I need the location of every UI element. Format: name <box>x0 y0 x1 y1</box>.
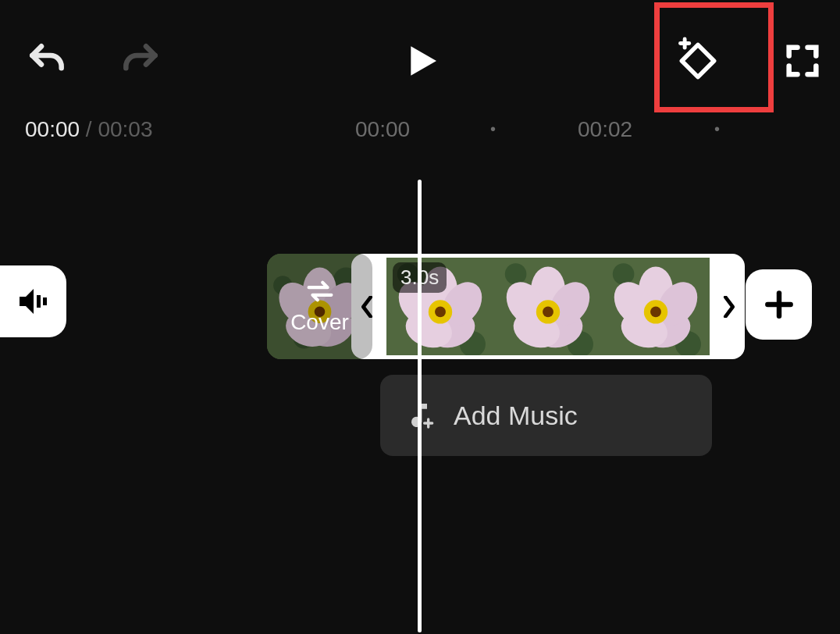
svg-point-24 <box>435 307 446 318</box>
svg-point-36 <box>613 263 635 285</box>
cover-label: Cover <box>290 310 349 335</box>
swap-icon <box>304 279 336 307</box>
redo-icon <box>119 39 162 83</box>
add-music-button[interactable]: Add Music <box>380 375 712 456</box>
time-display: 00:00 / 00:03 <box>25 117 153 142</box>
plus-icon <box>762 287 796 322</box>
svg-point-34 <box>543 307 553 318</box>
top-toolbar <box>0 0 840 117</box>
keyframe-add-icon <box>674 36 721 86</box>
ruler-tick: 00:02 <box>578 117 632 142</box>
play-button[interactable] <box>397 37 443 84</box>
svg-rect-2 <box>37 295 41 308</box>
svg-point-44 <box>650 307 661 318</box>
add-music-label: Add Music <box>454 401 578 431</box>
cover-thumbnail[interactable]: Cover <box>267 254 372 359</box>
ruler-dot: • <box>490 120 496 138</box>
fullscreen-button[interactable] <box>779 37 826 84</box>
volume-icon <box>15 283 52 320</box>
playhead[interactable] <box>418 180 422 632</box>
video-clip[interactable]: 3.0s <box>351 254 745 359</box>
play-icon <box>398 39 442 83</box>
add-clip-button[interactable] <box>746 269 812 340</box>
svg-rect-3 <box>43 297 47 305</box>
ruler-tick: 00:00 <box>355 117 410 142</box>
total-time: 00:03 <box>98 117 152 141</box>
volume-button[interactable] <box>0 265 66 337</box>
chevron-right-icon <box>723 296 735 318</box>
timeline-editor: Cover 3.0s Add Music <box>0 148 840 632</box>
clip-frame <box>494 258 602 355</box>
undo-button[interactable] <box>23 37 70 84</box>
clip-frame <box>602 258 710 355</box>
redo-button[interactable] <box>117 37 164 84</box>
current-time: 00:00 <box>25 117 80 141</box>
ruler-dot: • <box>714 120 720 138</box>
trim-handle-right[interactable] <box>714 254 745 359</box>
fullscreen-icon <box>782 41 823 81</box>
svg-point-26 <box>505 263 527 285</box>
clip-frames[interactable]: 3.0s <box>383 254 714 359</box>
keyframe-button[interactable] <box>674 37 721 84</box>
undo-icon <box>25 39 69 83</box>
time-ruler: 00:00 / 00:03 00:00 • 00:02 • <box>0 117 840 148</box>
